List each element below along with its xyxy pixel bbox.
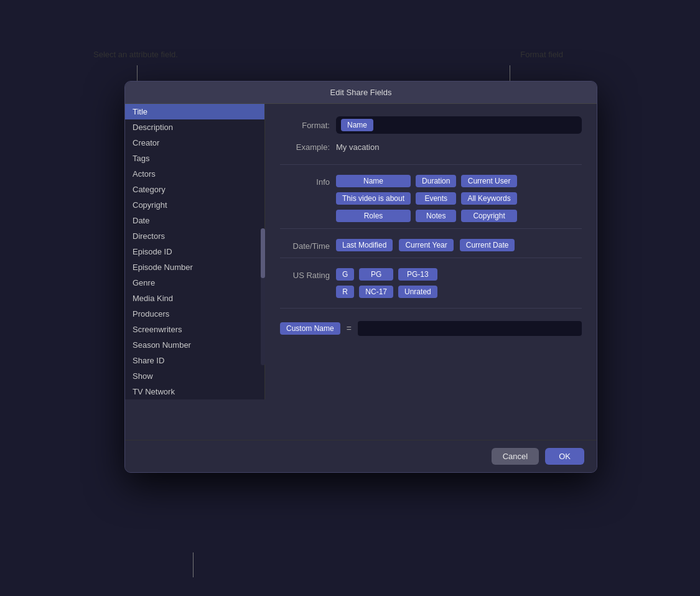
info-tokens-grid: NameDurationCurrent UserThis video is ab… bbox=[336, 175, 517, 222]
divider-1 bbox=[280, 164, 582, 165]
ok-button[interactable]: OK bbox=[545, 448, 584, 465]
sidebar-item-season-number[interactable]: Season Number bbox=[125, 337, 264, 353]
sidebar-item-screenwriters[interactable]: Screenwriters bbox=[125, 322, 264, 337]
info-token-all-keywords[interactable]: All Keywords bbox=[461, 192, 516, 205]
example-row: Example: My vacation bbox=[280, 142, 582, 152]
info-token-notes[interactable]: Notes bbox=[416, 210, 456, 222]
rating-token-g[interactable]: G bbox=[336, 268, 354, 281]
sidebar-item-episode-id[interactable]: Episode ID bbox=[125, 244, 264, 259]
dialog-body: TitleDescriptionCreatorTagsActorsCategor… bbox=[125, 104, 597, 440]
dialog-footer: Cancel OK bbox=[125, 440, 597, 472]
sidebar-item-title[interactable]: Title bbox=[125, 104, 264, 119]
info-token-current-user[interactable]: Current User bbox=[461, 175, 516, 187]
rating-tokens: GPGPG-13RNC-17Unrated bbox=[336, 268, 437, 298]
datetime-row: Date/Time Last ModifiedCurrent YearCurre… bbox=[280, 239, 582, 251]
custom-name-token[interactable]: Custom Name bbox=[280, 322, 340, 335]
sidebar-item-actors[interactable]: Actors bbox=[125, 166, 264, 182]
info-label: Info bbox=[280, 175, 330, 187]
info-token-roles[interactable]: Roles bbox=[336, 210, 411, 222]
custom-name-input[interactable] bbox=[358, 321, 582, 336]
scrollbar-track[interactable] bbox=[261, 228, 265, 365]
edit-share-fields-dialog: Edit Share Fields TitleDescriptionCreato… bbox=[124, 81, 597, 473]
rating-token-pg[interactable]: PG bbox=[359, 268, 393, 281]
main-content: Format: Name Example: My vacation Info bbox=[265, 104, 597, 440]
info-row: Info NameDurationCurrent UserThis video … bbox=[280, 175, 582, 222]
sidebar-item-creator[interactable]: Creator bbox=[125, 135, 264, 151]
annotation-line-bottom bbox=[193, 552, 194, 577]
divider-4 bbox=[280, 308, 582, 309]
sidebar-item-episode-number[interactable]: Episode Number bbox=[125, 259, 264, 275]
sidebar-item-producers[interactable]: Producers bbox=[125, 306, 264, 322]
datetime-label: Date/Time bbox=[280, 239, 330, 251]
annotation-select-field: Select an attribute field. bbox=[93, 50, 178, 59]
sidebar-item-directors[interactable]: Directors bbox=[125, 228, 264, 244]
datetime-tokens: Last ModifiedCurrent YearCurrent Date bbox=[336, 239, 515, 251]
info-token-name[interactable]: Name bbox=[336, 175, 411, 187]
sidebar-item-copyright[interactable]: Copyright bbox=[125, 197, 264, 213]
info-token-duration[interactable]: Duration bbox=[416, 175, 456, 187]
dialog-title: Edit Share Fields bbox=[330, 88, 392, 97]
custom-name-row: Custom Name = bbox=[280, 321, 582, 336]
format-name-token[interactable]: Name bbox=[341, 119, 373, 131]
cancel-button[interactable]: Cancel bbox=[492, 448, 539, 465]
sidebar-wrapper: TitleDescriptionCreatorTagsActorsCategor… bbox=[125, 104, 265, 440]
sidebar-item-tv-network[interactable]: TV Network bbox=[125, 384, 264, 399]
example-value: My vacation bbox=[336, 142, 379, 152]
divider-2 bbox=[280, 228, 582, 229]
format-bar[interactable]: Name bbox=[336, 116, 582, 134]
format-label: Format: bbox=[280, 121, 330, 130]
sidebar-item-genre[interactable]: Genre bbox=[125, 275, 264, 291]
dialog-titlebar: Edit Share Fields bbox=[125, 81, 597, 104]
sidebar-item-show[interactable]: Show bbox=[125, 368, 264, 384]
info-token-copyright[interactable]: Copyright bbox=[461, 210, 516, 222]
sidebar-item-description[interactable]: Description bbox=[125, 119, 264, 135]
info-token-this-video-is-about[interactable]: This video is about bbox=[336, 192, 411, 205]
sidebar-item-date[interactable]: Date bbox=[125, 213, 264, 228]
annotation-format-field: Format field bbox=[520, 50, 563, 59]
sidebar: TitleDescriptionCreatorTagsActorsCategor… bbox=[125, 104, 265, 399]
rating-token-pg-13[interactable]: PG-13 bbox=[398, 268, 437, 281]
datetime-token-last-modified[interactable]: Last Modified bbox=[336, 239, 393, 251]
datetime-token-current-year[interactable]: Current Year bbox=[399, 239, 453, 251]
equals-sign: = bbox=[347, 324, 352, 333]
format-row: Format: Name bbox=[280, 116, 582, 134]
datetime-token-current-date[interactable]: Current Date bbox=[460, 239, 515, 251]
sidebar-item-tags[interactable]: Tags bbox=[125, 151, 264, 166]
rating-token-r[interactable]: R bbox=[336, 286, 354, 298]
sidebar-item-media-kind[interactable]: Media Kind bbox=[125, 291, 264, 306]
us-rating-label: US Rating bbox=[280, 268, 330, 280]
sidebar-item-category[interactable]: Category bbox=[125, 182, 264, 197]
sidebar-item-share-id[interactable]: Share ID bbox=[125, 353, 264, 368]
info-token-events[interactable]: Events bbox=[416, 192, 456, 205]
dialog-container: Edit Share Fields TitleDescriptionCreato… bbox=[124, 81, 650, 473]
example-label: Example: bbox=[280, 142, 330, 152]
us-rating-row: US Rating GPGPG-13RNC-17Unrated bbox=[280, 268, 582, 298]
rating-token-unrated[interactable]: Unrated bbox=[398, 286, 437, 298]
rating-token-nc-17[interactable]: NC-17 bbox=[359, 286, 393, 298]
divider-3 bbox=[280, 258, 582, 258]
scrollbar-thumb[interactable] bbox=[261, 228, 265, 278]
